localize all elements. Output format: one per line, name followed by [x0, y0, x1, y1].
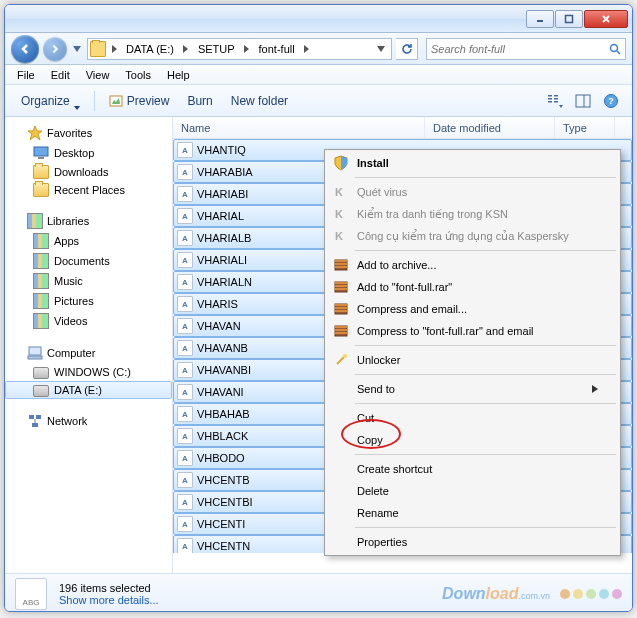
- column-date[interactable]: Date modified: [425, 117, 555, 138]
- ctx-compress-rar-email[interactable]: Compress to "font-full.rar" and email: [327, 320, 618, 342]
- computer-label: Computer: [47, 347, 95, 359]
- desktop-icon: [33, 145, 49, 161]
- help-button[interactable]: ?: [598, 89, 624, 113]
- sidebar-item-downloads[interactable]: Downloads: [5, 163, 172, 181]
- ctx-send-to[interactable]: Send to: [327, 378, 618, 400]
- ctx-properties[interactable]: Properties: [327, 531, 618, 553]
- ctx-delete[interactable]: Delete: [327, 480, 618, 502]
- favorites-header[interactable]: Favorites: [5, 123, 172, 143]
- font-file-icon: [177, 318, 193, 334]
- show-more-link[interactable]: Show more details...: [59, 594, 159, 606]
- minimize-button[interactable]: [526, 10, 554, 28]
- ctx-add-archive[interactable]: Add to archive...: [327, 254, 618, 276]
- ctx-ksn[interactable]: KKiểm tra danh tiếng trong KSN: [327, 203, 618, 225]
- library-icon: [33, 293, 49, 309]
- ctx-label: Add to archive...: [357, 259, 437, 271]
- svg-rect-18: [38, 157, 44, 159]
- font-file-icon: [177, 186, 193, 202]
- menu-file[interactable]: File: [9, 65, 43, 84]
- ctx-label: Install: [357, 157, 389, 169]
- network-header[interactable]: Network: [5, 411, 172, 431]
- svg-text:K: K: [335, 230, 343, 242]
- crumb-sep[interactable]: [241, 39, 253, 59]
- font-file-icon: [177, 164, 193, 180]
- computer-header[interactable]: Computer: [5, 343, 172, 363]
- address-dropdown[interactable]: [373, 39, 389, 59]
- sidebar-item-data-e[interactable]: DATA (E:): [5, 381, 172, 399]
- disk-icon: [33, 367, 49, 379]
- ctx-scan[interactable]: KQuét virus: [327, 181, 618, 203]
- view-options-button[interactable]: [542, 89, 568, 113]
- ctx-label: Unlocker: [357, 354, 400, 366]
- burn-button[interactable]: Burn: [179, 89, 220, 113]
- libraries-header[interactable]: Libraries: [5, 211, 172, 231]
- address-bar[interactable]: DATA (E:) SETUP font-full: [87, 38, 392, 60]
- svg-rect-42: [335, 329, 347, 331]
- collapse-icon: [13, 416, 23, 426]
- sidebar-item-documents[interactable]: Documents: [5, 251, 172, 271]
- ctx-add-rar[interactable]: Add to "font-full.rar": [327, 276, 618, 298]
- search-input[interactable]: [427, 43, 605, 55]
- titlebar: [5, 5, 632, 33]
- back-button[interactable]: [11, 35, 39, 63]
- menu-view[interactable]: View: [78, 65, 118, 84]
- sidebar-item-recent[interactable]: Recent Places: [5, 181, 172, 199]
- maximize-button[interactable]: [555, 10, 583, 28]
- sidebar-item-apps[interactable]: Apps: [5, 231, 172, 251]
- ctx-unlocker[interactable]: Unlocker: [327, 349, 618, 371]
- ctx-compress-email[interactable]: Compress and email...: [327, 298, 618, 320]
- sidebar-item-windows-c[interactable]: WINDOWS (C:): [5, 363, 172, 381]
- context-menu: Install KQuét virus KKiểm tra danh tiếng…: [324, 149, 621, 556]
- sidebar-item-music[interactable]: Music: [5, 271, 172, 291]
- dot-icon: [560, 589, 570, 599]
- sidebar-item-videos[interactable]: Videos: [5, 311, 172, 331]
- watermark: Download.com.vn: [442, 585, 622, 603]
- sidebar-item-pictures[interactable]: Pictures: [5, 291, 172, 311]
- dot-icon: [573, 589, 583, 599]
- svg-rect-19: [29, 347, 41, 355]
- refresh-button[interactable]: [396, 38, 418, 60]
- new-folder-button[interactable]: New folder: [223, 89, 296, 113]
- item-label: Apps: [54, 235, 79, 247]
- svg-rect-37: [335, 304, 347, 306]
- crumb-sep[interactable]: [180, 39, 192, 59]
- svg-rect-20: [28, 356, 42, 359]
- dot-icon: [612, 589, 622, 599]
- menu-tools[interactable]: Tools: [117, 65, 159, 84]
- svg-rect-9: [548, 101, 552, 103]
- preview-pane-button[interactable]: [570, 89, 596, 113]
- column-type[interactable]: Type: [555, 117, 615, 138]
- ctx-copy[interactable]: Copy: [327, 429, 618, 451]
- history-dropdown[interactable]: [71, 40, 83, 58]
- disk-icon: [33, 385, 49, 397]
- ctx-rename[interactable]: Rename: [327, 502, 618, 524]
- item-label: Downloads: [54, 166, 108, 178]
- breadcrumb-setup[interactable]: SETUP: [194, 39, 239, 59]
- ctx-cut[interactable]: Cut: [327, 407, 618, 429]
- column-name[interactable]: Name: [173, 117, 425, 138]
- font-file-icon: [177, 406, 193, 422]
- preview-button[interactable]: Preview: [101, 89, 178, 113]
- breadcrumb-data[interactable]: DATA (E:): [122, 39, 178, 59]
- separator: [355, 527, 616, 528]
- close-button[interactable]: [584, 10, 628, 28]
- collapse-icon: [13, 216, 23, 226]
- collapse-icon: [13, 128, 23, 138]
- menu-help[interactable]: Help: [159, 65, 198, 84]
- ctx-kaspersky[interactable]: KCông cụ kiểm tra ứng dụng của Kaspersky: [327, 225, 618, 247]
- toolbar: Organize Preview Burn New folder ?: [5, 85, 632, 117]
- chevron-right-icon: [592, 383, 598, 395]
- crumb-sep[interactable]: [301, 39, 313, 59]
- breadcrumb-fontfull[interactable]: font-full: [255, 39, 299, 59]
- ctx-install[interactable]: Install: [327, 152, 618, 174]
- menu-edit[interactable]: Edit: [43, 65, 78, 84]
- organize-button[interactable]: Organize: [13, 89, 88, 113]
- sidebar-item-desktop[interactable]: Desktop: [5, 143, 172, 163]
- ctx-create-shortcut[interactable]: Create shortcut: [327, 458, 618, 480]
- crumb-sep[interactable]: [108, 39, 120, 59]
- wm-part: Down: [442, 585, 486, 602]
- search-box[interactable]: [426, 38, 626, 60]
- item-label: Pictures: [54, 295, 94, 307]
- forward-button[interactable]: [43, 37, 67, 61]
- svg-rect-23: [32, 423, 38, 427]
